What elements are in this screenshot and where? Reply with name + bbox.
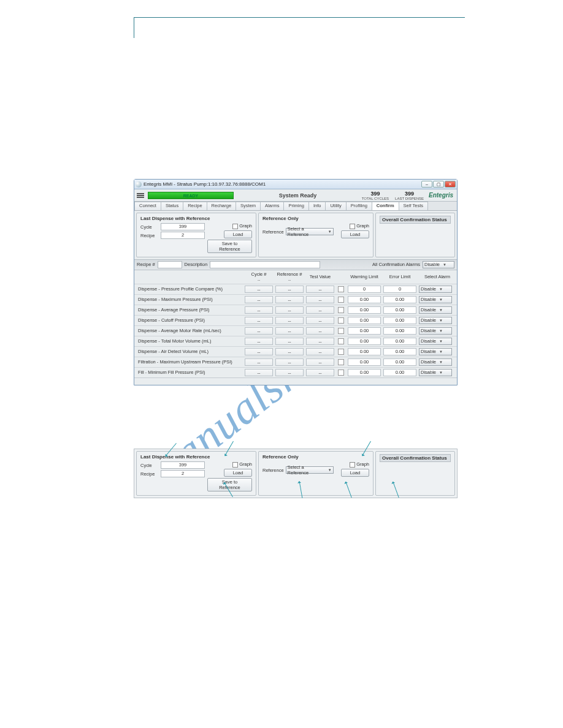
- test-value-cell: --: [306, 317, 334, 324]
- row-checkbox[interactable]: [338, 328, 344, 334]
- recipe-number-input[interactable]: [158, 261, 182, 268]
- window-maximize-button[interactable]: ▢: [433, 181, 444, 188]
- alarm-select[interactable]: Disable: [419, 369, 452, 376]
- last-dispense-title: Last Dispense with Reference: [140, 216, 252, 221]
- crop-graph-checkbox-icon[interactable]: [232, 462, 238, 468]
- cycle-value-cell: --: [245, 286, 273, 293]
- confirmation-status-panel: Overall Confirmation Status: [375, 213, 455, 257]
- crop-recipe-input[interactable]: 2: [161, 470, 205, 477]
- alarm-select[interactable]: Disable: [419, 296, 452, 303]
- tab-profiling[interactable]: Profiling: [346, 202, 372, 210]
- error-limit-input[interactable]: 0.00: [383, 327, 416, 335]
- warning-limit-input[interactable]: 0.00: [348, 317, 381, 324]
- app-icon: [136, 181, 142, 188]
- crop-ref-graph-checkbox-row[interactable]: Graph: [350, 461, 369, 468]
- tab-utility[interactable]: Utility: [325, 202, 346, 210]
- table-row: Dispense - Average Pressure (PSI)------0…: [134, 305, 457, 315]
- warning-limit-input[interactable]: 0.00: [348, 306, 381, 314]
- recipe-input[interactable]: 2: [161, 232, 205, 239]
- warning-limit-input[interactable]: 0.00: [348, 369, 381, 376]
- row-checkbox[interactable]: [338, 349, 344, 355]
- warning-limit-input[interactable]: 0.00: [348, 358, 381, 366]
- crop-ref-load-button[interactable]: Load: [341, 469, 369, 477]
- test-value-cell: --: [306, 327, 334, 335]
- last-dispense-stat: 399LAST DISPENSE: [395, 191, 424, 200]
- tab-priming[interactable]: Priming: [283, 202, 308, 210]
- warning-limit-input[interactable]: 0.00: [348, 338, 381, 345]
- col-test-value: Test Value: [306, 274, 334, 279]
- crop-graph-checkbox-label: Graph: [239, 461, 252, 467]
- save-to-reference-button[interactable]: Save to Reference: [207, 240, 252, 253]
- crop-cycle-input[interactable]: 399: [161, 461, 205, 469]
- grid-body: Dispense - Pressure Profile Compare (%)-…: [134, 284, 457, 377]
- tab-connect[interactable]: Connect: [134, 202, 161, 210]
- alarm-select[interactable]: Disable: [419, 348, 452, 355]
- window-controls: – ▢ ✕: [421, 181, 456, 188]
- cycle-input[interactable]: 399: [161, 223, 205, 230]
- alarm-select[interactable]: Disable: [419, 306, 452, 314]
- error-limit-input[interactable]: 0.00: [383, 306, 416, 314]
- window-titlebar[interactable]: Entegris MMI - Stratus Pump:1:10.97.32.7…: [134, 180, 457, 189]
- ref-load-button[interactable]: Load: [341, 230, 369, 238]
- warning-limit-input[interactable]: 0.00: [348, 327, 381, 335]
- table-row: Dispense - Air Detect Volume (mL)------0…: [134, 346, 457, 357]
- crop-save-to-reference-button[interactable]: Save to Reference: [207, 478, 252, 491]
- window-close-button[interactable]: ✕: [445, 181, 456, 188]
- tab-self-tests[interactable]: Self Tests: [399, 202, 428, 210]
- ref-graph-checkbox-row[interactable]: Graph: [350, 223, 369, 229]
- cycle-value-cell: --: [245, 348, 273, 355]
- tab-alarms[interactable]: Alarms: [260, 202, 284, 210]
- error-limit-input[interactable]: 0.00: [383, 348, 416, 355]
- crop-reference-select[interactable]: Select a Reference: [286, 466, 334, 474]
- reference-value-cell: --: [275, 338, 304, 345]
- error-limit-input[interactable]: 0.00: [383, 369, 416, 376]
- crop-ref-graph-checkbox-icon[interactable]: [350, 462, 355, 468]
- reference-select[interactable]: Select a Reference: [286, 228, 334, 235]
- warning-limit-input[interactable]: 0.00: [348, 348, 381, 355]
- description-input[interactable]: [210, 261, 320, 268]
- all-alarms-select[interactable]: Disable: [423, 261, 454, 268]
- alarm-select[interactable]: Disable: [419, 338, 452, 345]
- row-checkbox[interactable]: [338, 317, 344, 324]
- tab-recipe[interactable]: Recipe: [183, 202, 207, 210]
- tab-info[interactable]: Info: [308, 202, 326, 210]
- row-checkbox[interactable]: [338, 338, 344, 344]
- hamburger-menu-icon[interactable]: [137, 193, 144, 198]
- alarm-select[interactable]: Disable: [419, 358, 452, 366]
- tab-confirm[interactable]: Confirm: [372, 202, 399, 210]
- warning-limit-input[interactable]: 0.00: [348, 296, 381, 303]
- param-label: Dispense - Pressure Profile Compare (%): [138, 286, 242, 292]
- error-limit-input[interactable]: 0.00: [383, 317, 416, 324]
- graph-checkbox-row[interactable]: Graph: [232, 223, 252, 229]
- error-limit-input[interactable]: 0.00: [383, 338, 416, 345]
- last-dispense-panel: Last Dispense with Reference Cycle 399 R…: [136, 213, 256, 257]
- alarm-select[interactable]: Disable: [419, 327, 452, 335]
- window-minimize-button[interactable]: –: [421, 181, 432, 188]
- col-reference: Reference #--: [275, 271, 304, 282]
- warning-limit-input[interactable]: 0: [348, 286, 381, 293]
- cycle-value-cell: --: [245, 358, 273, 366]
- error-limit-input[interactable]: 0.00: [383, 358, 416, 366]
- tab-system[interactable]: System: [236, 202, 261, 210]
- alarm-select[interactable]: Disable: [419, 286, 452, 293]
- alarm-select[interactable]: Disable: [419, 317, 452, 324]
- crop-confirmation-status-panel: Overall Confirmation Status: [375, 451, 455, 496]
- error-limit-input[interactable]: 0: [383, 286, 416, 293]
- crop-load-button[interactable]: Load: [224, 469, 252, 477]
- row-checkbox[interactable]: [338, 359, 344, 365]
- crop-graph-checkbox-row[interactable]: Graph: [232, 461, 252, 468]
- load-button[interactable]: Load: [224, 230, 252, 238]
- error-limit-input[interactable]: 0.00: [383, 296, 416, 303]
- tab-recharge[interactable]: Recharge: [207, 202, 237, 210]
- ref-graph-checkbox-icon[interactable]: [350, 224, 355, 229]
- graph-checkbox-icon[interactable]: [232, 224, 238, 229]
- row-checkbox[interactable]: [338, 297, 344, 303]
- row-checkbox[interactable]: [338, 286, 344, 292]
- row-checkbox[interactable]: [338, 370, 344, 376]
- crop-ref-graph-checkbox-label: Graph: [356, 461, 369, 467]
- app-header: READY System Ready 399TOTAL CYCLES 399LA…: [134, 189, 457, 202]
- row-checkbox[interactable]: [338, 307, 344, 313]
- tab-status[interactable]: Status: [161, 202, 183, 210]
- table-row: Dispense - Average Motor Rate (mL/sec)--…: [134, 325, 457, 336]
- grid-header-row: Cycle #-- Reference #-- Test Value Warni…: [134, 270, 457, 284]
